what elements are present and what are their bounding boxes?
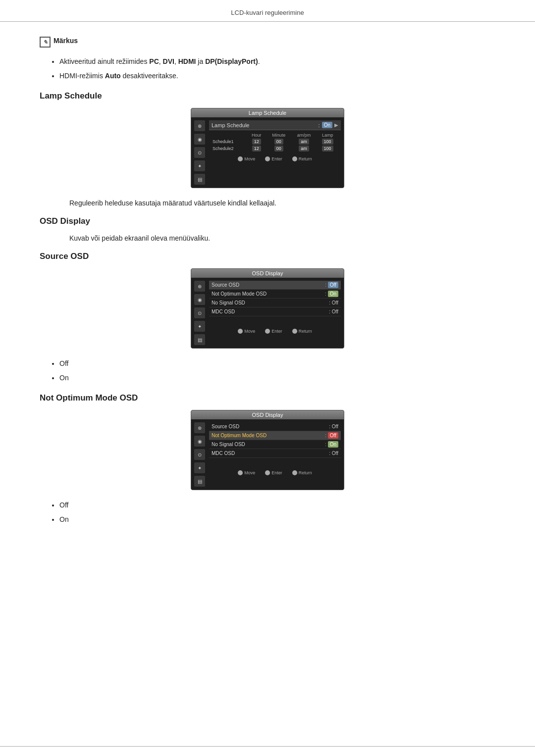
schedule2-hour: 12: [247, 145, 266, 152]
sidebar-icon-n2: ◉: [194, 436, 205, 447]
sidebar-icon-1: ⊕: [194, 120, 205, 131]
note-icon: ✎: [40, 37, 51, 48]
lamp-schedule-body: ⊕ ◉ ⊙ ✦ ▤ Lamp Schedule : On ▶: [191, 117, 344, 188]
not-optimum-value-1: : Off: [329, 424, 338, 429]
page-footer: [0, 746, 535, 756]
source-osd-ui: OSD Display ⊕ ◉ ⊙ ✦ ▤ Source OSD : Off N…: [191, 268, 344, 349]
not-optimum-bullet-off: Off: [59, 500, 495, 510]
source-osd-value-1: : Off: [325, 282, 338, 288]
not-optimum-sidebar: ⊕ ◉ ⊙ ✦ ▤: [194, 422, 205, 487]
sidebar-icon-s5: ▤: [194, 334, 205, 345]
sidebar-icon-s1: ⊕: [194, 281, 205, 292]
not-optimum-row-2: Not Optimum Mode OSD : Off: [209, 431, 341, 440]
lamp-schedule-content: Lamp Schedule : On ▶ Hour Minute: [209, 120, 341, 185]
source-osd-spacer: [209, 316, 341, 326]
move-icon-2: [238, 329, 243, 334]
sidebar-icon-3: ⊙: [194, 147, 205, 158]
content-area: ✎ Märkus Aktiveeritud ainult režiimides …: [0, 37, 535, 564]
source-osd-value-4: : Off: [329, 309, 338, 314]
source-osd-label-1: Source OSD: [212, 282, 239, 288]
nav-move: Move: [238, 156, 255, 161]
col-lamp: Lamp: [317, 132, 338, 138]
schedule1-ampm: am: [291, 138, 317, 145]
not-optimum-bullet-on: On: [59, 514, 495, 525]
lamp-schedule-sidebar: ⊕ ◉ ⊙ ✦ ▤: [194, 120, 205, 185]
not-optimum-label-2: Not Optimum Mode OSD: [212, 433, 267, 438]
col-minute: Minute: [266, 132, 291, 138]
lamp-schedule-titlebar: Lamp Schedule: [191, 108, 344, 117]
lamp-nav-row: Move Enter Return: [209, 154, 341, 164]
not-optimum-body: ⊕ ◉ ⊙ ✦ ▤ Source OSD : Off Not Optimum M…: [191, 419, 344, 490]
not-optimum-spacer: [209, 458, 341, 468]
return-icon-2: [292, 329, 297, 334]
source-osd-bullets: Off On: [59, 358, 495, 383]
not-optimum-row-1: Source OSD : Off: [209, 422, 341, 431]
col-empty: [212, 132, 247, 138]
schedule2-minute: 00: [266, 145, 291, 152]
schedule-header-row: Hour Minute am/pm Lamp: [212, 132, 338, 138]
note-label: Märkus: [54, 37, 78, 45]
source-osd-label-4: MDC OSD: [212, 309, 235, 314]
source-osd-content: Source OSD : Off Not Optimum Mode OSD : …: [209, 281, 341, 345]
page-title: LCD-kuvari reguleerimine: [231, 9, 304, 16]
schedule1-minute: 00: [266, 138, 291, 145]
source-osd-label-2: Not Optimum Mode OSD: [212, 291, 267, 297]
source-osd-label-3: No Signal OSD: [212, 300, 245, 305]
source-osd-bullet-off: Off: [59, 358, 495, 369]
lamp-schedule-colon: :: [319, 122, 320, 128]
source-osd-titlebar: OSD Display: [191, 269, 344, 278]
source-osd-bullet-on: On: [59, 373, 495, 383]
schedule2-row: Schedule2 12 00 am 100: [212, 145, 338, 152]
not-optimum-content: Source OSD : Off Not Optimum Mode OSD : …: [209, 422, 341, 487]
return-icon: [292, 156, 297, 161]
note-bullets: Aktiveeritud ainult režiimides PC, DVI, …: [59, 56, 495, 81]
source-osd-nav-row: Move Enter Return: [209, 326, 341, 336]
schedule2-label: Schedule2: [212, 145, 247, 152]
lamp-schedule-arrow: ▶: [334, 122, 338, 128]
move-icon-3: [238, 470, 243, 475]
note-bullet-1: Aktiveeritud ainult režiimides PC, DVI, …: [59, 56, 495, 67]
move-icon: [238, 156, 243, 161]
nav-return-2: Return: [292, 329, 312, 334]
not-optimum-label-3: No Signal OSD: [212, 442, 245, 447]
sidebar-icon-s2: ◉: [194, 294, 205, 305]
source-osd-body: ⊕ ◉ ⊙ ✦ ▤ Source OSD : Off Not Optimum M…: [191, 278, 344, 348]
not-optimum-row-3: No Signal OSD : On: [209, 440, 341, 449]
source-osd-heading: Source OSD: [40, 252, 495, 261]
return-icon-3: [292, 470, 297, 475]
col-hour: Hour: [247, 132, 266, 138]
source-osd-value-3: : Off: [329, 300, 338, 305]
not-optimum-value-2: : Off: [325, 433, 338, 438]
schedule-table: Hour Minute am/pm Lamp Schedule1 12 00: [212, 132, 338, 152]
schedule1-label: Schedule1: [212, 138, 247, 145]
note-box: ✎ Märkus: [40, 37, 495, 48]
sidebar-icon-n3: ⊙: [194, 449, 205, 460]
sidebar-icon-s3: ⊙: [194, 307, 205, 318]
page-header: LCD-kuvari reguleerimine: [0, 0, 535, 22]
source-osd-row-2: Not Optimum Mode OSD : On: [209, 290, 341, 299]
source-osd-sidebar: ⊕ ◉ ⊙ ✦ ▤: [194, 281, 205, 345]
nav-return: Return: [292, 156, 312, 161]
not-optimum-titlebar: OSD Display: [191, 410, 344, 419]
source-osd-row-4: MDC OSD : Off: [209, 307, 341, 316]
enter-icon-3: [265, 470, 270, 475]
not-optimum-bullets: Off On: [59, 500, 495, 525]
not-optimum-value-4: : Off: [329, 451, 338, 456]
enter-icon: [265, 156, 270, 161]
source-osd-row-1: Source OSD : Off: [209, 281, 341, 290]
schedule-table-wrapper: Hour Minute am/pm Lamp Schedule1 12 00: [209, 130, 341, 154]
sidebar-icon-n4: ✦: [194, 462, 205, 473]
osd-display-desc: Kuvab või peidab ekraanil oleva menüüval…: [69, 233, 495, 244]
source-osd-value-2: : On: [325, 291, 338, 297]
schedule2-ampm: am: [291, 145, 317, 152]
schedule1-lamp: 100: [317, 138, 338, 145]
nav-enter-2: Enter: [265, 329, 282, 334]
not-optimum-heading: Not Optimum Mode OSD: [40, 393, 495, 403]
not-optimum-value-3: : On: [325, 442, 338, 447]
lamp-schedule-desc: Reguleerib heleduse kasutaja määratud vä…: [69, 198, 495, 208]
note-bullet-2: HDMI-režiimis Auto desaktiveeritakse.: [59, 71, 495, 81]
not-optimum-row-4: MDC OSD : Off: [209, 449, 341, 458]
not-optimum-label-4: MDC OSD: [212, 451, 235, 456]
sidebar-icon-4: ✦: [194, 160, 205, 171]
osd-display-heading: OSD Display: [40, 216, 495, 226]
